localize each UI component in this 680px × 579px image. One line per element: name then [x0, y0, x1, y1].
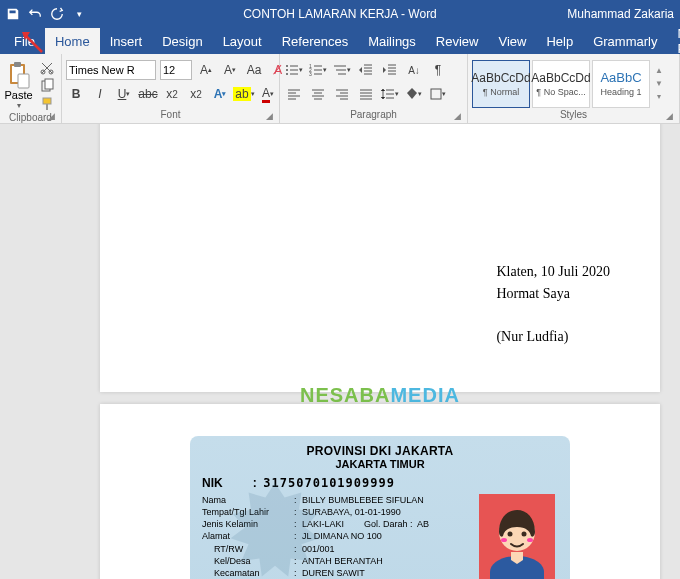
svg-point-12	[286, 69, 288, 71]
ktp-photo	[479, 494, 555, 579]
align-left-icon[interactable]	[284, 84, 304, 104]
menu-review[interactable]: Review	[426, 28, 489, 54]
menu-home[interactable]: Home	[45, 28, 100, 54]
signer-name: (Nur Ludfia)	[496, 326, 610, 348]
shading-icon[interactable]: ▾	[404, 84, 424, 104]
page-2[interactable]: PROVINSI DKI JAKARTA JAKARTA TIMUR NIK :…	[100, 404, 660, 579]
inc-indent-icon[interactable]	[380, 60, 400, 80]
ktp-card: PROVINSI DKI JAKARTA JAKARTA TIMUR NIK :…	[190, 436, 570, 579]
menu-insert[interactable]: Insert	[100, 28, 153, 54]
superscript-button[interactable]: x2	[186, 84, 206, 104]
svg-point-22	[527, 538, 533, 542]
menu-references[interactable]: References	[272, 28, 358, 54]
menu-grammarly[interactable]: Grammarly	[583, 28, 667, 54]
group-label-font: Font	[160, 109, 180, 120]
dialog-launcher-icon[interactable]: ◢	[45, 111, 57, 123]
menu-nitro[interactable]: Nitro Pro	[667, 28, 680, 54]
document-title: CONTOH LAMARAN KERJA - Word	[243, 7, 437, 21]
bullets-icon[interactable]: ▾	[284, 60, 304, 80]
align-center-icon[interactable]	[308, 84, 328, 104]
menu-bar: File Home Insert Design Layout Reference…	[0, 28, 680, 54]
dialog-launcher-icon[interactable]: ◢	[263, 111, 275, 123]
highlight-icon[interactable]: ab▾	[234, 84, 254, 104]
numbering-icon[interactable]: 123▾	[308, 60, 328, 80]
garuda-watermark-icon	[215, 476, 335, 579]
svg-point-19	[508, 532, 513, 537]
menu-file[interactable]: File	[4, 28, 45, 54]
grow-font-icon[interactable]: A▴	[196, 60, 216, 80]
ktp-province: PROVINSI DKI JAKARTA	[202, 444, 558, 458]
page-1[interactable]: Klaten, 10 Juli 2020 Hormat Saya (Nur Lu…	[100, 124, 660, 392]
menu-mailings[interactable]: Mailings	[358, 28, 426, 54]
redo-icon[interactable]	[50, 7, 64, 21]
styles-down-icon[interactable]: ▼	[652, 79, 666, 88]
italic-button[interactable]: I	[90, 84, 110, 104]
cut-icon[interactable]	[39, 60, 55, 76]
undo-icon[interactable]	[28, 7, 42, 21]
svg-rect-4	[18, 74, 29, 88]
svg-rect-8	[45, 79, 53, 89]
document-area[interactable]: Klaten, 10 Juli 2020 Hormat Saya (Nur Lu…	[0, 124, 680, 579]
group-label-paragraph: Paragraph	[350, 109, 397, 120]
svg-rect-3	[14, 62, 21, 67]
font-size-select[interactable]	[160, 60, 192, 80]
sort-icon[interactable]: A↓	[404, 60, 424, 80]
menu-layout[interactable]: Layout	[213, 28, 272, 54]
svg-rect-17	[431, 89, 441, 99]
user-name[interactable]: Muhammad Zakaria	[567, 7, 674, 21]
align-right-icon[interactable]	[332, 84, 352, 104]
font-name-select[interactable]	[66, 60, 156, 80]
shrink-font-icon[interactable]: A▾	[220, 60, 240, 80]
salutation: Hormat Saya	[496, 283, 610, 305]
svg-rect-9	[43, 98, 51, 104]
dialog-launcher-icon[interactable]: ◢	[663, 111, 675, 123]
menu-help[interactable]: Help	[536, 28, 583, 54]
text-effects-icon[interactable]: A▾	[210, 84, 230, 104]
dialog-launcher-icon[interactable]: ◢	[451, 111, 463, 123]
svg-point-21	[501, 538, 507, 542]
svg-rect-10	[46, 104, 48, 110]
title-bar: ▾ CONTOH LAMARAN KERJA - Word Muhammad Z…	[0, 0, 680, 28]
group-label-styles: Styles	[560, 109, 587, 120]
svg-point-11	[286, 65, 288, 67]
format-painter-icon[interactable]	[39, 96, 55, 112]
strike-button[interactable]: abc	[138, 84, 158, 104]
copy-icon[interactable]	[39, 78, 55, 94]
multilevel-icon[interactable]: ▾	[332, 60, 352, 80]
svg-text:3: 3	[309, 71, 312, 77]
justify-icon[interactable]	[356, 84, 376, 104]
place-date: Klaten, 10 Juli 2020	[496, 261, 610, 283]
line-spacing-icon[interactable]: ▾	[380, 84, 400, 104]
dec-indent-icon[interactable]	[356, 60, 376, 80]
styles-up-icon[interactable]: ▲	[652, 66, 666, 75]
show-marks-icon[interactable]: ¶	[428, 60, 448, 80]
save-icon[interactable]	[6, 7, 20, 21]
paste-button[interactable]: Paste ▾	[4, 59, 33, 110]
qat-customize-icon[interactable]: ▾	[72, 7, 86, 21]
underline-button[interactable]: U▾	[114, 84, 134, 104]
change-case-icon[interactable]: Aa	[244, 60, 264, 80]
styles-more-icon[interactable]: ▾	[652, 92, 666, 101]
style-normal[interactable]: AaBbCcDd ¶ Normal	[472, 60, 530, 108]
subscript-button[interactable]: x2	[162, 84, 182, 104]
paste-icon	[7, 61, 31, 89]
svg-point-20	[522, 532, 527, 537]
svg-point-13	[286, 73, 288, 75]
font-color-icon[interactable]: A▾	[258, 84, 278, 104]
style-no-spacing[interactable]: AaBbCcDd ¶ No Spac...	[532, 60, 590, 108]
bold-button[interactable]: B	[66, 84, 86, 104]
ribbon: Paste ▾ Clipboard◢ A▴ A▾ Aa A̸ B	[0, 54, 680, 124]
ktp-city: JAKARTA TIMUR	[202, 458, 558, 470]
style-heading1[interactable]: AaBbC Heading 1	[592, 60, 650, 108]
borders-icon[interactable]: ▾	[428, 84, 448, 104]
menu-design[interactable]: Design	[152, 28, 212, 54]
menu-view[interactable]: View	[488, 28, 536, 54]
